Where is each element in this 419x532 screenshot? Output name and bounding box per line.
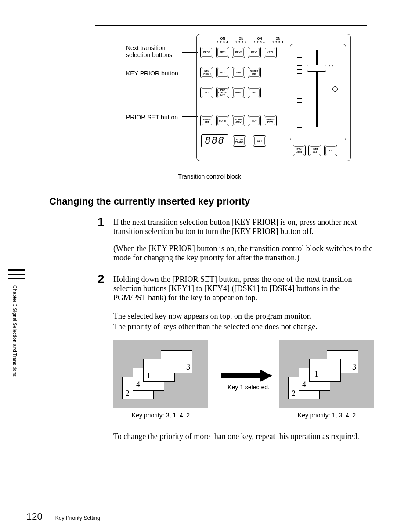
priority-panel-right: 2 4 1 3 [279, 340, 374, 408]
num-header: 1 2 3 4 [271, 41, 285, 43]
panel-button: KEY2 [232, 47, 245, 58]
key-label: 1 [147, 371, 151, 381]
panel-button: PRIOR SET [200, 115, 213, 126]
step-number-1: 1 [98, 215, 105, 229]
num-header: 1 2 3 4 [253, 41, 266, 43]
panel-button: KEY4 [264, 47, 277, 58]
label-prior-set-button: PRIOR SET button [126, 114, 178, 121]
arrow-label: Key 1 selected. [218, 384, 279, 391]
page-number: 120 [26, 511, 43, 522]
on-header: ON [253, 37, 266, 40]
panel-button: KF [324, 145, 337, 156]
sidebar-lines-icon [8, 268, 25, 281]
on-header: ON [235, 37, 248, 40]
key-label: 3 [352, 363, 356, 372]
panel-button: SUPER MIX [248, 67, 261, 78]
step-2-p2: The selected key now appears on top, on … [113, 312, 374, 321]
panel-button: TRANS PVW [264, 115, 277, 126]
num-header: 1 2 3 4 [235, 41, 248, 43]
panel-button: REV [248, 115, 261, 126]
on-header: ON [271, 37, 285, 40]
transition-control-diagram: Next transition selection buttons KEY PR… [95, 25, 367, 168]
key-label: 4 [302, 380, 306, 389]
priority-caption-left: Key priority: 3, 1, 4, 2 [113, 412, 208, 419]
panel-button: NORM /REV [232, 115, 245, 126]
panel-button: MIX [216, 67, 229, 78]
label-key-prior-button: KEY PRIOR button [126, 70, 178, 77]
footer-divider-icon [49, 509, 49, 520]
panel-button: PTN LIMIT [293, 145, 306, 156]
section-heading: Changing the currently inserted key prio… [49, 196, 250, 207]
panel-button: KEY3 [248, 47, 261, 58]
panel-button: AUTO TRANS [233, 135, 246, 147]
panel-button: BKGD [200, 47, 213, 58]
panel-button: KEY PRIOR [200, 67, 213, 78]
panel-button: WIPE [232, 87, 245, 98]
key-label: 2 [292, 389, 296, 398]
arrow-icon [221, 371, 274, 380]
fader-knob-icon [332, 86, 338, 92]
panel-button: KEY1 [216, 47, 229, 58]
closing-paragraph: To change the priority of more than one … [113, 432, 374, 441]
on-header: ON [216, 37, 229, 40]
footer-section: Key Priority Setting [55, 515, 100, 521]
priority-diagram: 2 4 1 3 Key priority: 3, 1, 4, 2 Key 1 s… [113, 340, 374, 422]
fader-ticks-icon [297, 49, 302, 128]
chapter-sidebar: Chapter 3 Signal Selection and Transitio… [12, 268, 21, 417]
key-label: 3 [186, 363, 190, 372]
step-1-p1: If the next transition selection button … [113, 218, 374, 236]
step-number-2: 2 [98, 272, 105, 286]
key-label: 1 [314, 370, 318, 379]
panel-button: NAM [232, 67, 245, 78]
fader-track-icon [316, 50, 318, 127]
fader-handle-icon [307, 65, 326, 72]
diagram-caption: Transition control block [0, 173, 419, 180]
seven-segment-display: 888 [201, 134, 228, 147]
control-panel: ON ON ON ON 1 2 3 4 1 2 3 4 1 2 3 4 1 2 … [196, 34, 351, 161]
priority-caption-right: Key priority: 1, 3, 4, 2 [279, 412, 374, 419]
fader-cap-icon [329, 65, 333, 69]
num-header: 1 2 3 4 [216, 41, 229, 43]
fader-area [290, 44, 346, 140]
step-1-p2: (When the [KEY PRIOR] button is on, the … [113, 244, 374, 262]
priority-panel-left: 2 4 1 3 [113, 340, 208, 408]
key-label: 2 [126, 389, 130, 398]
panel-button: DME [248, 87, 261, 98]
panel-button: PST COLOR MIX [216, 87, 229, 98]
panel-button: CUT [253, 135, 266, 147]
panel-button: LIMIT SET [308, 145, 321, 156]
step-2-p3: The priority of keys other than the sele… [113, 322, 374, 331]
panel-button: NORM [216, 115, 229, 126]
step-2-p1: Holding down the [PRIOR SET] button, pre… [113, 275, 374, 302]
chapter-label: Chapter 3 Signal Selection and Transitio… [12, 285, 18, 377]
page-footer: 120 Key Priority Setting [26, 509, 100, 522]
key-label: 4 [136, 380, 140, 389]
label-selection-buttons: selection buttons [126, 51, 172, 58]
label-next-transition: Next transition [126, 44, 165, 51]
panel-button: ALL [200, 87, 213, 98]
